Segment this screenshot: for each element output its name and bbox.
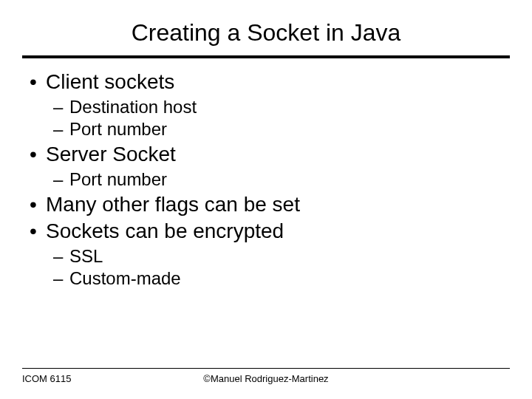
footer-row: ICOM 6115 ©Manuel Rodriguez-Martinez [22,373,510,384]
bullet-level2: – Port number [53,169,510,190]
footer-divider [22,368,510,369]
bullet-text: Many other flags can be set [46,193,300,216]
title-divider [22,55,510,58]
bullet-level2: – Custom-made [53,268,510,289]
bullet-dot-icon: • [25,70,46,94]
slide-title: Creating a Socket in Java [22,15,510,55]
bullet-dash-icon: – [53,169,69,190]
bullet-dot-icon: • [25,143,46,166]
bullet-dash-icon: – [53,119,69,140]
slide-body: • Client sockets – Destination host – Po… [22,67,510,399]
bullet-text: Custom-made [69,268,181,289]
bullet-text: SSL [69,246,103,267]
bullet-dot-icon: • [25,219,46,243]
bullet-level2: – SSL [53,246,510,267]
footer-left: ICOM 6115 [22,373,183,384]
bullet-level2: – Port number [53,119,510,140]
bullet-text: Client sockets [46,70,174,94]
slide: Creating a Socket in Java • Client socke… [0,0,532,399]
bullet-level1: • Server Socket [25,143,510,166]
bullet-level1: • Many other flags can be set [25,193,510,216]
slide-footer: ICOM 6115 ©Manuel Rodriguez-Martinez [22,368,510,384]
bullet-level2: – Destination host [53,97,510,117]
bullet-level1: • Sockets can be encrypted [25,219,510,243]
bullet-text: Sockets can be encrypted [46,219,284,243]
footer-center: ©Manuel Rodriguez-Martinez [183,373,349,384]
bullet-dash-icon: – [53,246,69,267]
bullet-dash-icon: – [53,97,69,117]
bullet-text: Destination host [69,97,197,117]
bullet-level1: • Client sockets [25,70,510,94]
bullet-dash-icon: – [53,268,69,289]
bullet-text: Port number [69,169,167,190]
bullet-dot-icon: • [25,193,46,216]
bullet-text: Server Socket [46,143,176,166]
footer-right [349,373,510,384]
bullet-text: Port number [69,119,167,140]
